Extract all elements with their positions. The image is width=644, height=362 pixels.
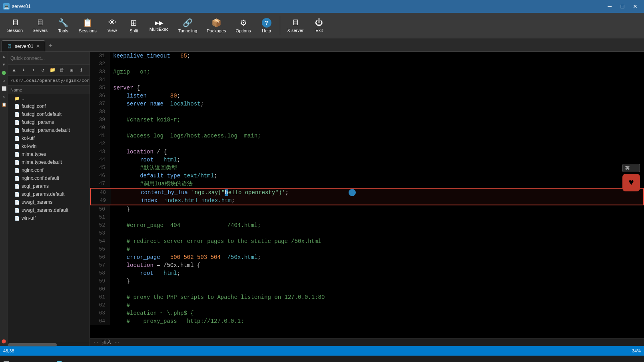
sidebar-tool-new-folder[interactable]: 📁 [48,66,57,75]
help-icon: ? [262,18,271,28]
add-tab-button[interactable]: + [45,40,56,52]
file-icon-10: 📄 [14,176,20,181]
code-line-59: 59 } [90,277,644,285]
tunneling-icon: 🔗 [183,18,193,28]
file-item-fastcgi-conf[interactable]: 📄 fastcgi.conf [8,102,90,110]
file-icon-11: 📄 [14,184,20,189]
toolbar-options[interactable]: ⚙ Options [232,16,255,35]
file-item-koi-utf[interactable]: 📄 koi-utf [8,134,90,142]
status-percent: 34% [632,348,641,353]
main-toolbar: 🖥 Session 🖥 Servers 🔧 Tools 📋 Sessions 👁… [0,13,644,38]
file-name-1: fastcgi.conf [22,103,46,109]
toolbar-sessions-label: Sessions [79,28,97,33]
toolbar-multiexec[interactable]: ▶▶ MultiExec [146,18,173,33]
tab-server01[interactable]: 🖥 server01 ✕ [2,40,45,52]
code-line-47: 47 #调用lua模块的语法 [90,180,644,188]
left-strip: ▲ ▼ ⬤ ↺ ⬜ ✕ 📋 ⬤ [0,52,8,346]
name-column-header: Name [10,88,22,92]
code-line-56: 56 error_page 500 502 503 504 /50x.html; [90,253,644,261]
sidebar-tool-refresh[interactable]: ↺ [38,66,47,75]
sidebar-tool-upload[interactable]: ⬆ [29,66,38,75]
code-line-37: 37 server_name localhost; [90,100,644,108]
code-line-33: 33 #gzip on; [90,68,644,76]
toolbar-tunneling[interactable]: 🔗 Tunneling [174,16,201,35]
code-line-63: 63 #location ~ \.php$ { [90,309,644,317]
toolbar-tools[interactable]: 🔧 Tools [53,16,73,35]
file-item-nginx-conf[interactable]: 📄 nginx.conf [8,166,90,174]
strip-btn-3[interactable]: ⬤ [1,70,7,76]
code-line-35: 35 server { [90,84,644,92]
file-item-mime-types-default[interactable]: 📄 mime.types.default [8,158,90,166]
file-item-win-utf[interactable]: 📄 win-utf [8,214,90,222]
toolbar-exit[interactable]: ⏻ Exit [309,16,329,34]
maximize-button[interactable]: □ [617,2,628,10]
sidebar-tool-properties[interactable]: ℹ [77,66,86,75]
code-line-58: 58 root html; [90,269,644,277]
toolbar-packages[interactable]: 📦 Packages [203,16,230,35]
strip-btn-4[interactable]: ↺ [1,78,7,84]
packages-icon: 📦 [211,18,221,28]
file-item-fastcgi-params[interactable]: 📄 fastcgi_params [8,118,90,126]
path-text: /usr/local/openresty/nginx/conf/ [10,78,95,83]
sidebar-tool-filter[interactable]: ▣ [67,66,76,75]
titlebar: 💻 server01 ─ □ ✕ [0,0,644,13]
toolbar-servers[interactable]: 🖥 Servers [28,16,52,34]
sidebar-tool-up[interactable]: ▲ [10,66,18,75]
code-line-42: 42 [90,140,644,148]
strip-btn-7[interactable]: 📋 [1,101,7,108]
file-name-8: mime.types.default [22,159,62,165]
strip-btn-2[interactable]: ▼ [1,62,7,68]
session-icon: 🖥 [11,18,19,27]
file-icon-6: 📄 [14,144,20,149]
toolbar-split-label: Split [130,28,138,33]
sidebar-tool-delete[interactable]: 🗑 [58,66,66,75]
file-name-10: nginx.conf.default [22,175,59,181]
file-name-14: uwsgi_params.default [22,207,68,213]
file-item-parent[interactable]: 📁 .. [8,94,90,102]
file-item-koi-win[interactable]: 📄 koi-win [8,142,90,150]
toolbar-options-label: Options [236,28,251,33]
search-input[interactable] [10,56,87,61]
toolbar-view[interactable]: 👁 View [102,16,122,34]
minimize-button[interactable]: ─ [604,2,615,10]
file-icon-14: 📄 [14,208,20,213]
file-name-3: fastcgi_params [22,119,54,125]
toolbar-sessions[interactable]: 📋 Sessions [75,16,101,35]
file-icon-15: 📄 [14,216,20,221]
code-line-57: 57 location = /50x.html { [90,261,644,269]
file-item-mime-types[interactable]: 📄 mime.types [8,150,90,158]
code-line-55: 55 # [90,245,644,253]
file-item-fastcgi-params-default[interactable]: 📄 fastcgi_params.default [8,126,90,134]
file-item-nginx-conf-default[interactable]: 📄 nginx.conf.default [8,174,90,182]
file-name-7: mime.types [22,151,46,157]
file-item-fastcgi-conf-default[interactable]: 📄 fastcgi.conf.default [8,110,90,118]
file-item-uwsgi-params[interactable]: 📄 uwsgi_params [8,198,90,206]
close-button[interactable]: ✕ [630,2,641,10]
toolbar-session[interactable]: 🖥 Session [3,16,27,34]
code-line-41: 41 #access_log logs/host.access.log main… [90,132,644,140]
toolbar-split[interactable]: ⊞ Split [124,16,144,35]
code-line-62: 62 # [90,301,644,309]
toolbar-xserver[interactable]: 🖥 X server [283,16,308,34]
code-editor[interactable]: 31 keepalive_timeout 65; 32 33 #gzip on;… [90,52,644,346]
toolbar-xserver-label: X server [287,28,304,33]
strip-btn-6[interactable]: ✕ [1,93,7,100]
multiexec-icon: ▶▶ [155,20,163,26]
sidebar-tool-download[interactable]: ⬇ [19,66,28,75]
file-item-scgi-params[interactable]: 📄 scgi_params [8,182,90,190]
file-icon-8: 📄 [14,160,20,165]
strip-btn-1[interactable]: ▲ [1,54,7,60]
highlighted-code-block: 48 content_by_lua 'ngx.say("hello openre… [90,188,644,205]
quick-connect-search[interactable] [8,52,90,65]
strip-btn-bottom[interactable]: ⬤ [1,338,7,344]
code-line-61: 61 # proxy the PHP scripts to Apache lis… [90,293,644,301]
toolbar-help[interactable]: ? Help [257,16,277,35]
file-name-12: scgi_params.default [22,191,64,197]
tab-close-button[interactable]: ✕ [36,44,40,49]
file-item-scgi-params-default[interactable]: 📄 scgi_params.default [8,190,90,198]
strip-btn-5[interactable]: ⬜ [1,86,7,92]
toolbar-servers-label: Servers [32,28,48,33]
file-item-uwsgi-params-default[interactable]: 📄 uwsgi_params.default [8,206,90,214]
toolbar-view-label: View [108,28,117,33]
sidebar-toolbar: ▲ ⬇ ⬆ ↺ 📁 🗑 ▣ ℹ [8,65,90,76]
